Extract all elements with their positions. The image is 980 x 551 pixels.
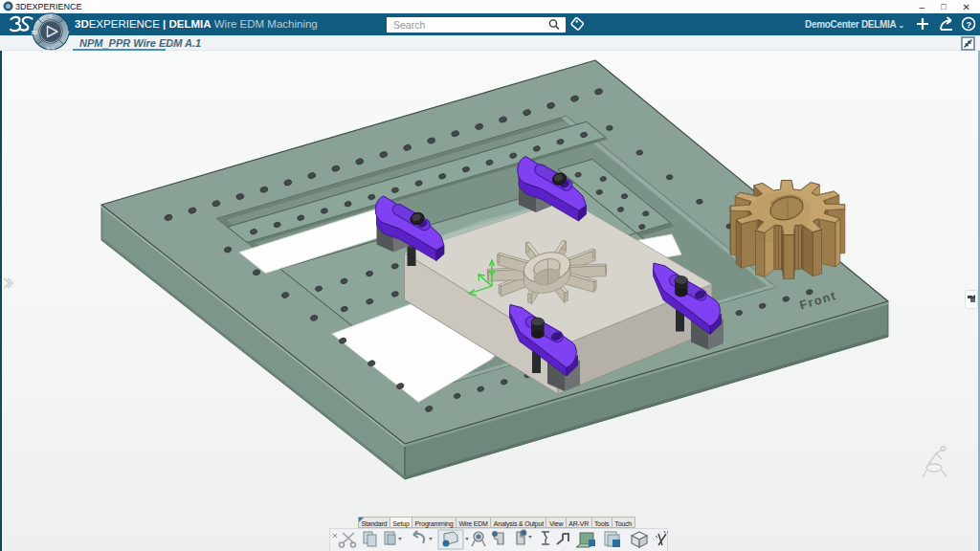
svg-text:?: ?	[967, 20, 972, 30]
svg-text:N.N: N.N	[47, 46, 56, 52]
svg-text:3D: 3D	[32, 30, 38, 35]
svg-text:F: F	[50, 13, 54, 19]
